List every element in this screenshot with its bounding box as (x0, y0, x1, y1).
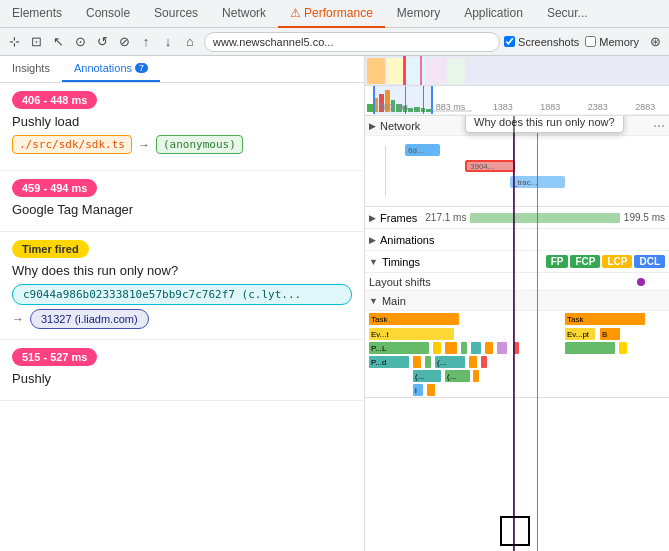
camera-icon[interactable]: ⊛ (645, 32, 665, 52)
small-block-6 (497, 342, 507, 354)
task-block-2: Task (565, 313, 645, 325)
task-label: Task (371, 315, 387, 324)
right-content: ▶ Network ⋯ 6d... 3904... (365, 116, 669, 551)
time-badge-4: 515 - 527 ms (12, 348, 97, 366)
url-bar[interactable]: www.newschannel5.co... (204, 32, 500, 52)
tab-performance[interactable]: ⚠ Performance (278, 0, 385, 28)
p-d-label: P...d (371, 358, 386, 367)
card-1-title: Pushly load (12, 114, 352, 129)
selection-overlay[interactable] (373, 86, 433, 114)
time-badge-1: 406 - 448 ms (12, 91, 97, 109)
annotation-card-2: 459 - 494 ms Google Tag Manager (0, 171, 364, 232)
paren-block-2: (... (445, 370, 470, 382)
frames-ms2: 199.5 ms (624, 212, 665, 223)
card-3-title: Why does this run only now? (12, 263, 352, 278)
lcp-badge: LCP (602, 255, 632, 268)
card-2-title: Google Tag Manager (12, 202, 352, 217)
network-section: ▶ Network ⋯ 6d... 3904... (365, 116, 669, 207)
detail-vline-2 (537, 116, 538, 551)
layout-shifts-label: Layout shifts (369, 276, 431, 288)
anon-block-4 (469, 356, 477, 368)
frames-row[interactable]: ▶ Frames 217.1 ms 199.5 ms (365, 207, 669, 229)
timings-triangle: ▼ (369, 257, 378, 267)
layout-shifts-row[interactable]: Layout shifts (365, 273, 669, 291)
p-d-block: P...d (369, 356, 409, 368)
download-icon[interactable]: ↓ (158, 32, 178, 52)
timings-label: Timings (382, 256, 420, 268)
screenshots-checkbox[interactable]: Screenshots (504, 36, 579, 48)
flame-cursor (513, 116, 515, 551)
cursor-icon[interactable]: ⊹ (4, 32, 24, 52)
p-l-block: P...L (369, 342, 429, 354)
annotation-card-4: 515 - 527 ms Pushly (0, 340, 364, 401)
i-label: i (415, 386, 417, 395)
tab-annotations[interactable]: Annotations 7 (62, 56, 160, 82)
main-area: Insights Annotations 7 406 - 448 ms Push… (0, 56, 669, 551)
task-label-2: Task (567, 315, 583, 324)
animations-row[interactable]: ▶ Animations (365, 229, 669, 251)
refresh-icon[interactable]: ↺ (92, 32, 112, 52)
network-more-icon[interactable]: ⋯ (653, 119, 665, 133)
paren-row-1: (... (... (365, 369, 669, 383)
tab-application[interactable]: Application (452, 0, 535, 28)
small-block-5 (485, 342, 493, 354)
tab-insights[interactable]: Insights (0, 56, 62, 82)
pointer-icon[interactable]: ↖ (48, 32, 68, 52)
arrow-icon: → (138, 138, 150, 152)
home-icon[interactable]: ⌂ (180, 32, 200, 52)
ev-t-block: Ev...t (369, 328, 454, 340)
tab-security[interactable]: Secur... (535, 0, 600, 28)
left-panel: Insights Annotations 7 406 - 448 ms Push… (0, 56, 365, 551)
vline-1 (405, 86, 406, 114)
network-label: Network (380, 120, 420, 132)
mini-timeline[interactable]: 383 ms 883 ms 1383 1883 2383 2883 (365, 56, 669, 116)
net-item-1: 6d... (408, 146, 424, 155)
tab-sources[interactable]: Sources (142, 0, 210, 28)
timings-row[interactable]: ▼ Timings FP FCP LCP DCL (365, 251, 669, 273)
time-badge-3: Timer fired (12, 240, 89, 258)
sdk-chip: ./src/sdk/sdk.ts (12, 135, 132, 154)
net-item-2: 3904... (470, 162, 494, 171)
anon-block-1 (413, 356, 421, 368)
tab-console[interactable]: Console (74, 0, 142, 28)
memory-checkbox[interactable]: Memory (585, 36, 639, 48)
small-block-2 (445, 342, 457, 354)
p-l-block-2 (565, 342, 615, 354)
anon-chip: (anonymous) (156, 135, 243, 154)
p-d-row: P...d (... (365, 355, 669, 369)
task-block-1: Task (369, 313, 459, 325)
stop-icon[interactable]: ⊘ (114, 32, 134, 52)
tab-network[interactable]: Network (210, 0, 278, 28)
network-triangle: ▶ (369, 121, 376, 131)
ev-t-row: Ev...t Ev...pt B (365, 327, 669, 341)
screenshots-label: Screenshots (518, 36, 579, 48)
card-1-code-row: ./src/sdk/sdk.ts → (anonymous) (12, 135, 352, 154)
main-section: ▼ Main Task Task Ev...t (365, 291, 669, 398)
frames-triangle: ▶ (369, 213, 376, 223)
b-block: B (600, 328, 620, 340)
network-header[interactable]: ▶ Network ⋯ (365, 116, 669, 136)
inspect-icon[interactable]: ⊡ (26, 32, 46, 52)
animations-triangle: ▶ (369, 235, 376, 245)
annotation-card-1: 406 - 448 ms Pushly load ./src/sdk/sdk.t… (0, 83, 364, 171)
upload-icon[interactable]: ↑ (136, 32, 156, 52)
time-badge-2: 459 - 494 ms (12, 179, 97, 197)
arrow-icon-2: → (12, 312, 24, 326)
tab-elements[interactable]: Elements (0, 0, 74, 28)
anon-block-2 (425, 356, 431, 368)
main-header[interactable]: ▼ Main (365, 291, 669, 311)
devtools-tabbar: Elements Console Sources Network ⚠ Perfo… (0, 0, 669, 28)
hash-chip: c9044a986b02333810e57bb9c7c762f7 (c.lyt.… (12, 284, 352, 305)
main-label: Main (382, 295, 406, 307)
ruler-1883: 1883 (540, 102, 560, 112)
tab-memory[interactable]: Memory (385, 0, 452, 28)
arrow-domain-row: → 31327 (i.liadm.com) (12, 309, 352, 329)
record-icon[interactable]: ⊙ (70, 32, 90, 52)
browser-toolbar: ⊹ ⊡ ↖ ⊙ ↺ ⊘ ↑ ↓ ⌂ www.newschannel5.co...… (0, 28, 669, 56)
right-panel: 383 ms 883 ms 1383 1883 2383 2883 (365, 56, 669, 551)
annotations-badge: 7 (135, 63, 148, 73)
warn-icon: ⚠ (290, 6, 301, 20)
net-item-3: _trac... (513, 178, 537, 187)
selection-box (500, 516, 530, 546)
ev-t-label: Ev...t (371, 330, 389, 339)
